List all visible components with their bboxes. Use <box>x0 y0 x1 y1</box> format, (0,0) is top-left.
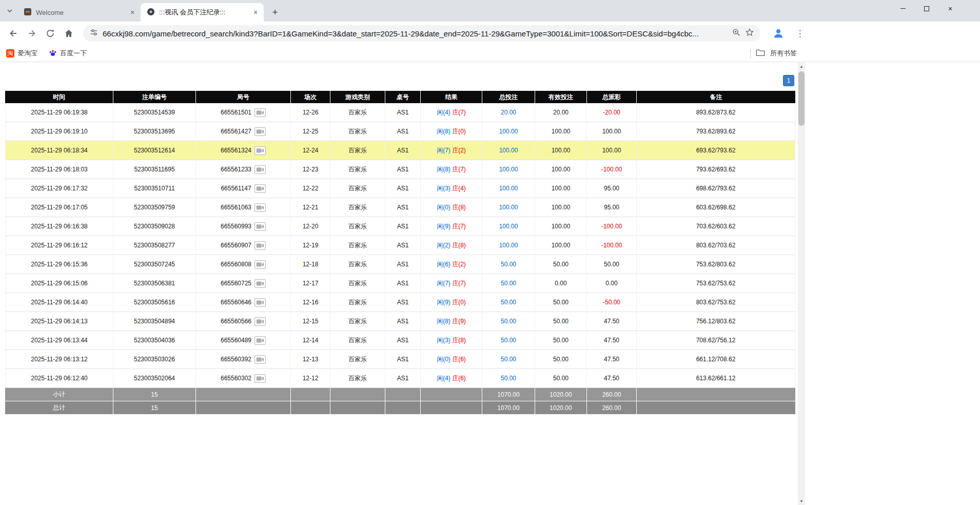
cell-remark: 753.62/803.62 <box>637 255 795 274</box>
cell-result: 闲(3) 庄(8) <box>421 331 482 350</box>
cell-remark: 893.62/873.62 <box>637 103 795 122</box>
total-bet-link[interactable]: 20.00 <box>501 109 516 116</box>
footer-empty-cell <box>330 388 385 401</box>
cell-valid-bet: 100.00 <box>535 217 587 236</box>
col-header-remark: 备注 <box>637 91 795 103</box>
video-replay-icon[interactable] <box>254 317 266 326</box>
result-player: 闲(0) <box>437 356 450 363</box>
cell-round-id: 665560302 <box>196 369 291 388</box>
col-header-result: 结果 <box>421 91 482 103</box>
minimize-button[interactable] <box>891 0 915 17</box>
total-bet-link[interactable]: 50.00 <box>501 356 516 363</box>
tab-close-icon[interactable]: × <box>128 8 136 16</box>
total-bet-link[interactable]: 50.00 <box>501 261 516 268</box>
site-info-icon[interactable] <box>89 28 99 39</box>
result-player: 闲(3) <box>437 337 450 344</box>
scrollbar-up-arrow-icon[interactable]: ▲ <box>798 63 805 70</box>
video-replay-icon[interactable] <box>254 146 266 155</box>
video-replay-icon[interactable] <box>254 108 266 117</box>
tab-title: Welcome <box>36 9 124 16</box>
tab-welcome[interactable]: Welcome × <box>17 3 141 22</box>
cell-result: 闲(7) 庄(7) <box>421 274 482 293</box>
new-tab-button[interactable]: + <box>268 5 282 20</box>
total-bet-link[interactable]: 50.00 <box>501 299 516 306</box>
cell-game-type: 百家乐 <box>330 217 385 236</box>
cell-table-no: AS1 <box>385 103 421 122</box>
video-replay-icon[interactable] <box>254 298 266 307</box>
scrollbar-down-arrow-icon[interactable]: ▼ <box>798 497 805 505</box>
total-bet-link[interactable]: 100.00 <box>499 185 518 192</box>
address-bar[interactable]: 66cxkj98.com/game/betrecord_search/kind3… <box>83 25 760 42</box>
result-banker: 庄(7) <box>452 223 466 230</box>
result-player: 闲(8) <box>437 318 450 325</box>
cell-payout: -20.00 <box>587 103 637 122</box>
maximize-button[interactable] <box>915 0 938 17</box>
cell-payout: 47.50 <box>587 350 637 369</box>
close-button[interactable]: × <box>938 0 962 17</box>
back-button[interactable] <box>4 24 23 43</box>
video-replay-icon[interactable] <box>254 355 266 364</box>
zoom-icon[interactable] <box>732 28 741 39</box>
video-replay-icon[interactable] <box>254 165 266 174</box>
cell-payout: 100.00 <box>587 141 637 160</box>
total-bet-link[interactable]: 50.00 <box>501 318 516 325</box>
video-replay-icon[interactable] <box>254 279 266 288</box>
video-replay-icon[interactable] <box>254 222 266 231</box>
refresh-button[interactable] <box>41 24 60 43</box>
total-bet-link[interactable]: 100.00 <box>499 166 518 173</box>
cell-game-type: 百家乐 <box>330 331 385 350</box>
scrollbar-thumb[interactable] <box>798 71 805 126</box>
profile-avatar[interactable] <box>771 26 786 41</box>
cell-session: 12-12 <box>291 369 330 388</box>
video-replay-icon[interactable] <box>254 184 266 193</box>
round-id-text: 665561063 <box>221 203 251 210</box>
result-player: 闲(7) <box>437 280 450 287</box>
cell-game-type: 百家乐 <box>330 198 385 217</box>
bookmark-baidu[interactable]: 百度一下 <box>49 49 87 59</box>
cell-table-no: AS1 <box>385 293 421 312</box>
col-header-payout: 总派彩 <box>587 91 637 103</box>
total-count: 15 <box>113 401 196 415</box>
tab-close-icon[interactable]: × <box>251 8 260 16</box>
total-bet-link[interactable]: 50.00 <box>501 280 516 287</box>
cell-remark: 603.62/698.62 <box>637 198 795 217</box>
round-id-text: 665560302 <box>221 374 251 381</box>
cell-total-bet: 50.00 <box>482 350 535 369</box>
total-bet-link[interactable]: 100.00 <box>499 223 518 230</box>
total-bet-link[interactable]: 50.00 <box>501 375 516 382</box>
total-bet-link[interactable]: 50.00 <box>501 337 516 344</box>
result-banker: 庄(6) <box>452 356 466 363</box>
forward-button[interactable] <box>23 24 41 43</box>
home-button[interactable] <box>60 24 78 43</box>
video-replay-icon[interactable] <box>254 374 266 383</box>
bookmark-taobao[interactable]: 淘 爱淘宝 <box>6 49 37 58</box>
page-scrollbar[interactable]: ▲ ▼ <box>798 63 805 505</box>
video-replay-icon[interactable] <box>254 241 266 250</box>
cell-bet-id: 523003510711 <box>113 179 196 198</box>
video-replay-icon[interactable] <box>254 336 266 345</box>
cell-payout: 50.00 <box>587 255 637 274</box>
result-player: 闲(8) <box>437 166 450 173</box>
cell-valid-bet: 100.00 <box>535 122 587 141</box>
cell-time: 2025-11-29 06:13:44 <box>5 331 113 350</box>
total-bet-link[interactable]: 100.00 <box>499 128 518 135</box>
video-replay-icon[interactable] <box>254 203 266 212</box>
pagination-page-1-button[interactable]: 1 <box>783 75 794 86</box>
total-bet-link[interactable]: 100.00 <box>499 242 518 249</box>
result-banker: 庄(4) <box>452 185 466 192</box>
browser-menu-icon[interactable]: ⋮ <box>793 26 807 41</box>
total-bet-link[interactable]: 100.00 <box>499 147 518 154</box>
bookmark-star-icon[interactable] <box>745 28 754 39</box>
all-bookmarks[interactable]: 所有书签 <box>750 45 797 62</box>
total-bet-link[interactable]: 100.00 <box>499 204 518 211</box>
cell-total-bet: 100.00 <box>482 122 535 141</box>
cell-remark: 753.62/753.62 <box>637 274 795 293</box>
tab-betrecord[interactable]: :::视讯 会员下注纪录::: × <box>141 3 264 22</box>
video-replay-icon[interactable] <box>254 127 266 136</box>
tab-search-chevron-icon[interactable] <box>5 6 14 15</box>
table-row: 2025-11-29 06:16:38 523003509028 6655609… <box>5 217 795 236</box>
cell-round-id: 665560725 <box>196 274 291 293</box>
page-content: 1 时间 注单编号 局号 场次 游戏类别 桌号 结果 总投注 有效投注 总派彩 … <box>0 63 980 505</box>
url-text[interactable]: 66cxkj98.com/game/betrecord_search/kind3… <box>103 29 728 38</box>
video-replay-icon[interactable] <box>254 260 266 269</box>
